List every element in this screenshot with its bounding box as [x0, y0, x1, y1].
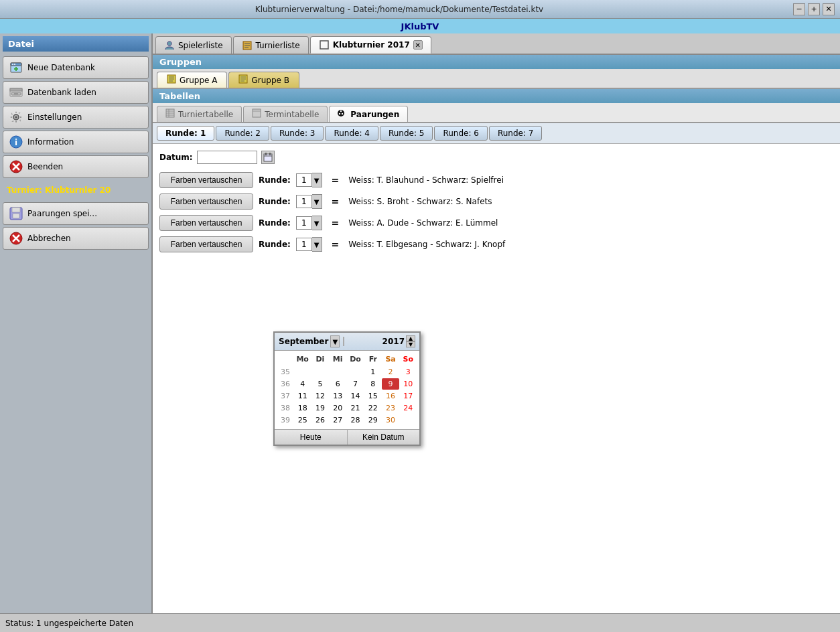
farben-vertauschen-btn-2[interactable]: Farben vertauschen	[159, 193, 253, 210]
svg-point-3	[14, 64, 15, 65]
runde-1-tab[interactable]: Runde: 1	[157, 126, 214, 141]
runde-select-1: 1 ▼	[296, 173, 322, 187]
cal-day-10[interactable]: 10	[400, 378, 417, 390]
runde-6-tab[interactable]: Runde: 6	[434, 126, 488, 141]
cal-year-down[interactable]: ▼	[406, 341, 415, 347]
einstellungen-icon	[9, 110, 23, 125]
svg-rect-18	[12, 208, 20, 212]
runde-4-tab[interactable]: Runde: 4	[325, 126, 378, 141]
cal-divider	[343, 337, 344, 346]
cal-day-4[interactable]: 4	[294, 378, 311, 390]
runde-5-tab[interactable]: Runde: 5	[380, 126, 433, 141]
cal-month-name: September	[279, 337, 328, 346]
svg-text:i: i	[15, 138, 17, 147]
cal-day-9[interactable]: 9	[382, 378, 399, 390]
datum-input[interactable]	[197, 151, 257, 164]
termintabelle-icon	[252, 108, 261, 120]
cal-day-15[interactable]: 15	[364, 390, 381, 402]
runde-num-3: 1	[296, 216, 312, 230]
pairing-row-3: Farben vertauschen Runde: 1 ▼ = Weiss: A…	[159, 215, 833, 231]
beenden-button[interactable]: Beenden	[3, 155, 149, 178]
cal-day-22[interactable]: 22	[364, 402, 381, 414]
cal-day-24[interactable]: 24	[400, 402, 417, 414]
runde-2-tab[interactable]: Runde: 2	[216, 126, 269, 141]
cal-day-21[interactable]: 21	[347, 402, 364, 414]
runde-arrow-2[interactable]: ▼	[312, 194, 322, 209]
cal-day-27[interactable]: 27	[330, 414, 346, 426]
cal-day-25[interactable]: 25	[294, 414, 311, 426]
cal-header: September ▼ 2017 ▲ ▼	[275, 333, 419, 351]
cal-day-30[interactable]: 30	[382, 414, 399, 426]
paarungen-label: Paarungen	[350, 110, 399, 119]
cal-day-17[interactable]: 17	[400, 390, 417, 402]
runde-3-tab[interactable]: Runde: 3	[271, 126, 324, 141]
datenbank-laden-button[interactable]: Datenbank laden	[3, 81, 149, 104]
cal-day-11[interactable]: 11	[294, 390, 311, 402]
cal-day-18[interactable]: 18	[294, 402, 311, 414]
runde-num-1: 1	[296, 173, 312, 187]
cal-day-2[interactable]: 2	[382, 366, 399, 378]
cal-week-36: 36 4 5 6 7 8 9 10	[277, 378, 417, 390]
window-close-button[interactable]: ✕	[823, 3, 835, 15]
cal-day-8[interactable]: 8	[364, 378, 381, 390]
neue-datenbank-button[interactable]: Neue Datenbank	[3, 56, 149, 79]
kein-datum-button[interactable]: Kein Datum	[348, 430, 420, 445]
cal-day-26[interactable]: 26	[311, 414, 328, 426]
minimize-button[interactable]: −	[793, 3, 805, 15]
maximize-button[interactable]: +	[808, 3, 820, 15]
gruppe-b-tab[interactable]: Gruppe B	[228, 72, 299, 88]
cal-day-19[interactable]: 19	[311, 402, 328, 414]
pairing-row-2: Farben vertauschen Runde: 1 ▼ = Weiss: S…	[159, 193, 833, 210]
calendar-button[interactable]	[261, 151, 275, 164]
turniertabelle-tab[interactable]: Turniertabelle	[157, 106, 242, 122]
tab-spielerliste[interactable]: Spielerliste	[155, 36, 232, 54]
einstellungen-button[interactable]: Einstellungen	[3, 106, 149, 129]
gruppe-b-label: Gruppe B	[251, 76, 289, 85]
paarungen-save-icon	[9, 206, 23, 221]
cal-month-prev[interactable]: ▼	[330, 335, 340, 347]
cal-day-23[interactable]: 23	[382, 402, 399, 414]
pairing-row-4: Farben vertauschen Runde: 1 ▼ = Weiss: T…	[159, 236, 833, 252]
tabellen-header: Tabellen	[153, 89, 840, 103]
cal-day-13[interactable]: 13	[330, 390, 346, 402]
paarungen-speichern-button[interactable]: Paarungen spei...	[3, 202, 149, 225]
cal-day-3[interactable]: 3	[400, 366, 417, 378]
cal-day-7[interactable]: 7	[347, 378, 364, 390]
cal-day-16[interactable]: 16	[382, 390, 399, 402]
cal-day-1[interactable]: 1	[364, 366, 381, 378]
termintabelle-tab[interactable]: Termintabelle	[243, 106, 328, 122]
cal-year-up[interactable]: ▲	[406, 335, 415, 341]
farben-vertauschen-btn-4[interactable]: Farben vertauschen	[159, 236, 253, 252]
pairing-rows: Farben vertauschen Runde: 1 ▼ = Weiss: T…	[159, 172, 833, 252]
heute-button[interactable]: Heute	[275, 430, 348, 445]
svg-rect-7	[10, 88, 22, 91]
cal-fr-header: Fr	[364, 353, 381, 365]
cal-day-6[interactable]: 6	[330, 378, 346, 390]
table-tabs: Turniertabelle Termintabelle	[153, 103, 840, 123]
tab-close-button[interactable]: ✕	[413, 40, 423, 50]
runde-arrow-1[interactable]: ▼	[312, 173, 322, 187]
abbrechen-button[interactable]: Abbrechen	[3, 227, 149, 250]
farben-vertauschen-btn-3[interactable]: Farben vertauschen	[159, 215, 253, 231]
farben-vertauschen-btn-1[interactable]: Farben vertauschen	[159, 172, 253, 188]
gruppe-a-icon	[167, 74, 176, 86]
information-button[interactable]: i Information	[3, 131, 149, 153]
cal-day-20[interactable]: 20	[330, 402, 346, 414]
svg-point-46	[339, 113, 340, 114]
runde-arrow-4[interactable]: ▼	[312, 237, 322, 252]
tab-klubturnier[interactable]: Klubturnier 2017 ✕	[310, 36, 431, 54]
paarungen-tab[interactable]: Paarungen	[329, 106, 408, 122]
tab-turnierliste[interactable]: Turnierliste	[233, 36, 309, 54]
gruppe-a-tab[interactable]: Gruppe A	[157, 72, 227, 88]
cal-day-5[interactable]: 5	[311, 378, 328, 390]
cal-week-num-36: 36	[277, 378, 293, 390]
cal-day-28[interactable]: 28	[347, 414, 364, 426]
cal-day-14[interactable]: 14	[347, 390, 364, 402]
runde-7-tab[interactable]: Runde: 7	[489, 126, 543, 141]
status-bar: Status: 1 ungespeicherte Daten	[0, 613, 840, 632]
cal-day-29[interactable]: 29	[364, 414, 381, 426]
runde-arrow-3[interactable]: ▼	[312, 216, 322, 230]
svg-point-11	[15, 116, 17, 118]
eq-sign-4: =	[332, 239, 340, 250]
cal-day-12[interactable]: 12	[311, 390, 328, 402]
